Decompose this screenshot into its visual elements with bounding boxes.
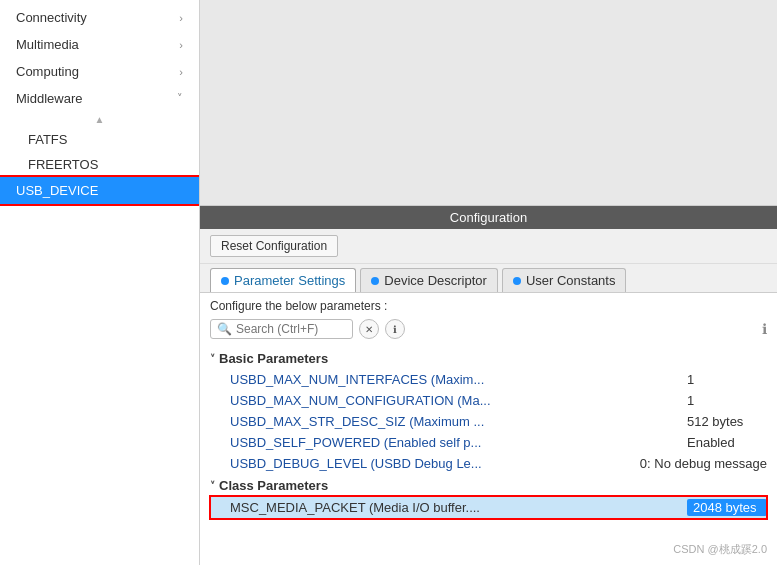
sidebar-subitem-label: FREERTOS	[28, 157, 98, 172]
tab-user-constants[interactable]: User Constants	[502, 268, 627, 292]
tab-dot-icon	[513, 277, 521, 285]
tabs-bar: Parameter Settings Device Descriptor Use…	[200, 264, 777, 293]
param-value: 0: No debug message	[640, 456, 767, 471]
config-toolbar: Reset Configuration	[200, 229, 777, 264]
table-row[interactable]: USBD_MAX_NUM_INTERFACES (Maxim... 1	[210, 369, 767, 390]
sidebar-item-multimedia[interactable]: Multimedia ›	[0, 31, 199, 58]
sidebar-item-label: Connectivity	[16, 10, 87, 25]
tab-device-descriptor[interactable]: Device Descriptor	[360, 268, 498, 292]
chevron-down-icon: ˅	[177, 92, 183, 105]
tab-parameter-settings[interactable]: Parameter Settings	[210, 268, 356, 292]
param-value: 1	[687, 393, 767, 408]
top-area	[200, 0, 777, 205]
param-name: USBD_MAX_NUM_CONFIGURATION (Ma...	[230, 393, 687, 408]
main-content: Configuration Reset Configuration Parame…	[200, 0, 777, 565]
chevron-right-icon: ›	[179, 39, 183, 51]
reset-config-button[interactable]: Reset Configuration	[210, 235, 338, 257]
tab-dot-icon	[371, 277, 379, 285]
param-value: 512 bytes	[687, 414, 767, 429]
table-row-highlighted[interactable]: MSC_MEDIA_PACKET (Media I/O buffer.... 2…	[210, 496, 767, 519]
tab-label: Parameter Settings	[234, 273, 345, 288]
content-area: Configure the below parameters : 🔍 ✕ ℹ ℹ…	[200, 293, 777, 565]
sidebar-item-computing[interactable]: Computing ›	[0, 58, 199, 85]
table-row[interactable]: USBD_DEBUG_LEVEL (USBD Debug Le... 0: No…	[210, 453, 767, 474]
sidebar-subitem-label: FATFS	[28, 132, 67, 147]
chevron-down-icon: ˅	[210, 353, 215, 364]
param-name: USBD_DEBUG_LEVEL (USBD Debug Le...	[230, 456, 640, 471]
section-label: Basic Parameters	[219, 351, 328, 366]
search-input[interactable]	[236, 322, 346, 336]
config-header: Configuration	[200, 206, 777, 229]
table-row[interactable]: USBD_MAX_NUM_CONFIGURATION (Ma... 1	[210, 390, 767, 411]
config-panel: Configuration Reset Configuration Parame…	[200, 205, 777, 565]
collapse-indicator: ▲	[0, 112, 199, 127]
tab-dot-icon	[221, 277, 229, 285]
sidebar-item-middleware[interactable]: Middleware ˅	[0, 85, 199, 112]
table-row[interactable]: USBD_SELF_POWERED (Enabled self p... Ena…	[210, 432, 767, 453]
info-circle-button[interactable]: ℹ	[385, 319, 405, 339]
chevron-down-icon: ˅	[210, 480, 215, 491]
config-title: Configuration	[450, 210, 527, 225]
search-input-wrap[interactable]: 🔍	[210, 319, 353, 339]
param-name: USBD_SELF_POWERED (Enabled self p...	[230, 435, 687, 450]
search-icon: 🔍	[217, 322, 232, 336]
configure-label: Configure the below parameters :	[210, 299, 767, 313]
table-row[interactable]: USBD_MAX_STR_DESC_SIZ (Maximum ... 512 b…	[210, 411, 767, 432]
param-value: Enabled	[687, 435, 767, 450]
sidebar-item-freertos[interactable]: FREERTOS	[0, 152, 199, 177]
sidebar-item-connectivity[interactable]: Connectivity ›	[0, 4, 199, 31]
search-bar: 🔍 ✕ ℹ ℹ	[210, 319, 767, 339]
param-name: MSC_MEDIA_PACKET (Media I/O buffer....	[230, 500, 687, 515]
sidebar-item-usb-device[interactable]: USB_DEVICE	[0, 177, 199, 204]
tab-label: Device Descriptor	[384, 273, 487, 288]
sidebar: Connectivity › Multimedia › Computing › …	[0, 0, 200, 565]
sidebar-item-label: Middleware	[16, 91, 82, 106]
param-name: USBD_MAX_NUM_INTERFACES (Maxim...	[230, 372, 687, 387]
sidebar-item-label: Computing	[16, 64, 79, 79]
sidebar-subitem-label: USB_DEVICE	[16, 183, 98, 198]
class-params-header: ˅ Class Parameters	[210, 474, 767, 496]
sidebar-item-label: Multimedia	[16, 37, 79, 52]
tab-label: User Constants	[526, 273, 616, 288]
param-name: USBD_MAX_STR_DESC_SIZ (Maximum ...	[230, 414, 687, 429]
param-value-highlighted: 2048 bytes	[687, 499, 767, 516]
watermark: CSDN @桃成蹊2.0	[673, 542, 767, 557]
basic-params-header: ˅ Basic Parameters	[210, 347, 767, 369]
clear-search-button[interactable]: ✕	[359, 319, 379, 339]
info-icon: ℹ	[762, 321, 767, 337]
section-label: Class Parameters	[219, 478, 328, 493]
sidebar-item-fatfs[interactable]: FATFS	[0, 127, 199, 152]
chevron-right-icon: ›	[179, 66, 183, 78]
chevron-right-icon: ›	[179, 12, 183, 24]
param-value: 1	[687, 372, 767, 387]
